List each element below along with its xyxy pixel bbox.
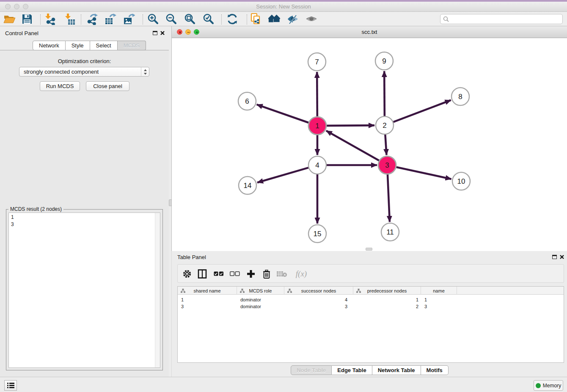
search-input[interactable] <box>451 16 562 22</box>
graph-edge-4-14[interactable] <box>257 168 308 182</box>
table-row[interactable]: 3 dominator 3 2 3 <box>178 303 564 310</box>
clone-network-button[interactable] <box>250 13 261 25</box>
table-toolbar: f(x) <box>177 264 564 283</box>
cell-mcds-role[interactable]: dominator <box>237 296 284 303</box>
clone-network-icon <box>250 13 261 25</box>
graph-node-label: 4 <box>315 161 319 169</box>
open-session-button[interactable] <box>3 13 15 25</box>
tab-motifs[interactable]: Motifs <box>421 365 449 375</box>
graph-node-label: 7 <box>315 58 319 66</box>
minimize-view-button[interactable] <box>185 29 191 35</box>
export-network-button[interactable] <box>86 13 98 25</box>
cell-successor-nodes[interactable]: 4 <box>284 296 353 303</box>
select-all-button[interactable] <box>213 268 225 280</box>
tab-style[interactable]: Style <box>66 41 90 50</box>
graph-edge-3-11[interactable] <box>388 174 390 222</box>
import-table-button[interactable] <box>64 13 76 25</box>
tab-network-table[interactable]: Network Table <box>372 365 421 375</box>
close-window-button[interactable] <box>5 4 11 9</box>
graph-edge-2-3[interactable] <box>385 135 386 155</box>
graph-node-label: 6 <box>245 97 249 105</box>
cell-name[interactable]: 3 <box>421 303 457 310</box>
export-table-button[interactable] <box>105 13 116 25</box>
column-header-name[interactable]: name <box>421 287 457 295</box>
tab-edge-table[interactable]: Edge Table <box>332 365 372 375</box>
search-icon <box>443 16 449 22</box>
close-panel-icon[interactable] <box>160 30 165 36</box>
column-header-shared-name[interactable]: shared name <box>178 287 237 295</box>
float-table-panel-icon[interactable] <box>552 255 557 259</box>
mcds-result-box: MCDS result (2 nodes) 1 3 <box>6 209 163 370</box>
cell-name[interactable]: 1 <box>421 296 457 303</box>
refresh-button[interactable] <box>226 13 238 25</box>
table-settings-button[interactable] <box>181 268 193 280</box>
column-header-predecessor-nodes[interactable]: predecessor nodes <box>353 287 421 295</box>
criterion-select[interactable]: strongly connected component <box>19 67 149 77</box>
zoom-fit-icon <box>184 13 196 25</box>
main-toolbar <box>0 12 567 26</box>
refresh-icon <box>226 13 238 25</box>
export-table-icon <box>105 13 116 25</box>
show-all-button[interactable] <box>306 13 317 25</box>
maximize-view-button[interactable] <box>194 29 199 35</box>
minimize-window-button[interactable] <box>14 4 19 9</box>
run-mcds-button[interactable]: Run MCDS <box>40 81 80 91</box>
cell-shared-name[interactable]: 1 <box>178 296 237 303</box>
hide-selected-button[interactable] <box>287 13 299 25</box>
import-network-icon <box>44 13 56 25</box>
eye-slash-icon <box>287 14 299 25</box>
export-image-button[interactable] <box>123 13 135 25</box>
result-scrollbar[interactable] <box>155 213 160 367</box>
cell-predecessor-nodes[interactable]: 2 <box>353 303 421 310</box>
graph-edge-2-9[interactable] <box>384 71 385 116</box>
list-icon <box>7 382 14 389</box>
graph-edge-3-1[interactable] <box>326 131 379 160</box>
app-titlebar: Session: New Session <box>0 2 567 12</box>
close-table-panel-icon[interactable] <box>559 254 564 259</box>
column-header-mcds-role[interactable]: MCDS role <box>237 287 284 295</box>
mcds-result-text[interactable]: 1 3 <box>8 213 160 368</box>
graph-edge-2-8[interactable] <box>394 100 451 122</box>
graph-node-label: 1 <box>315 122 319 130</box>
cell-successor-nodes[interactable]: 3 <box>284 303 353 310</box>
zoom-window-button[interactable] <box>23 4 28 9</box>
zoom-in-button[interactable] <box>147 13 159 25</box>
zoom-out-button[interactable] <box>165 13 177 25</box>
deselect-all-button[interactable] <box>229 268 241 280</box>
show-columns-button[interactable] <box>196 268 208 280</box>
column-header-successor-nodes[interactable]: successor nodes <box>284 287 353 295</box>
delete-button[interactable] <box>261 268 272 280</box>
network-canvas[interactable]: 7968124314101511 <box>172 38 567 251</box>
zoom-fit-button[interactable] <box>184 13 196 25</box>
table-row[interactable]: 1 dominator 4 1 1 <box>178 296 564 303</box>
import-network-button[interactable] <box>44 13 56 25</box>
tab-mcds[interactable]: MCDS <box>118 41 146 50</box>
save-session-button[interactable] <box>21 13 33 25</box>
table-divider-grip[interactable] <box>366 248 372 251</box>
cell-mcds-role[interactable]: dominator <box>237 303 284 310</box>
graph-edge-1-2[interactable] <box>327 125 374 126</box>
graph-edge-3-10[interactable] <box>396 167 451 179</box>
graph-edge-1-6[interactable] <box>257 105 309 123</box>
tab-network[interactable]: Network <box>33 41 66 50</box>
close-view-button[interactable] <box>177 29 182 35</box>
first-neighbors-button[interactable] <box>268 13 280 25</box>
zoom-selected-button[interactable] <box>203 13 215 25</box>
columns-icon <box>198 269 207 279</box>
close-panel-button[interactable]: Close panel <box>86 81 129 91</box>
cell-predecessor-nodes[interactable]: 1 <box>353 296 421 303</box>
tab-select[interactable]: Select <box>90 41 118 50</box>
export-image-icon <box>123 13 135 25</box>
network-graph[interactable]: 7968124314101511 <box>172 38 567 251</box>
task-history-button[interactable] <box>4 380 17 391</box>
add-row-button[interactable] <box>245 268 257 280</box>
float-panel-icon[interactable] <box>153 31 157 35</box>
checked-boxes-icon <box>214 271 224 276</box>
function-builder-button[interactable]: f(x) <box>293 268 310 280</box>
graph-edge-1-7[interactable] <box>317 72 317 116</box>
memory-button[interactable]: Memory <box>534 380 563 391</box>
tab-node-table[interactable]: Node Table <box>291 365 332 375</box>
cell-shared-name[interactable]: 3 <box>178 303 237 310</box>
search-box[interactable] <box>440 14 563 24</box>
delete-table-button[interactable] <box>276 268 288 280</box>
